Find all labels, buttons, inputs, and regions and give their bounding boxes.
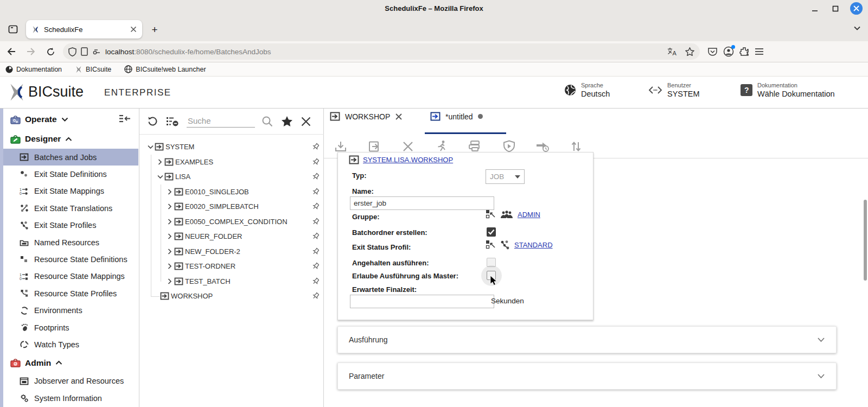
permissions-icon[interactable] [92, 48, 101, 55]
sidebar-section-designer[interactable]: Designer [3, 129, 138, 149]
chevron-right-icon[interactable] [165, 219, 174, 225]
shield-play-icon[interactable] [502, 140, 516, 152]
pin-icon[interactable] [311, 232, 320, 240]
bookmark-dokumentation[interactable]: Dokumentation [5, 66, 62, 73]
chevron-right-icon[interactable] [165, 263, 174, 269]
account-icon[interactable] [723, 46, 734, 57]
search-icon[interactable] [261, 116, 273, 128]
sidebar-item-resource-state-mappings[interactable]: 10 Resource State Mappings [3, 268, 138, 285]
chevron-down-icon[interactable] [156, 175, 164, 179]
sidebar-item-exit-state-mappings[interactable]: 10 Exit State Mappings [3, 183, 138, 200]
list-all-tabs-icon[interactable] [853, 24, 861, 33]
tree-row-test-batch[interactable]: TEST_BATCH [139, 274, 324, 289]
tree-row-new-folder-2[interactable]: NEW_FOLDER-2 [139, 244, 324, 259]
chevron-right-icon[interactable] [165, 204, 174, 209]
sort-updown-icon[interactable] [569, 141, 583, 152]
pin-icon[interactable] [311, 247, 320, 256]
sidebar-item-exit-state-translations[interactable]: Exit State Translations [3, 200, 138, 217]
tree-row-e0020-simplebatch[interactable]: E0020_SIMPLEBATCH [139, 199, 324, 214]
export-icon[interactable] [367, 141, 381, 152]
menu-icon[interactable] [755, 48, 764, 55]
sidebar-item-batches-and-jobs[interactable]: Batches and Jobs [3, 149, 138, 166]
chevron-right-icon[interactable] [165, 233, 174, 239]
url-bar[interactable]: localhost:8080/schedulix-fe/home/Batches… [63, 43, 700, 60]
tab-close-icon[interactable] [130, 26, 137, 33]
favorites-star-icon[interactable] [281, 116, 293, 127]
pin-icon[interactable] [311, 262, 320, 270]
finalzeit-input[interactable] [350, 295, 494, 308]
clear-search-icon[interactable] [301, 116, 311, 127]
docs-selector[interactable]: ? DokumentationWähle Dokumentation [741, 82, 835, 98]
section-parameter[interactable]: Parameter [337, 363, 837, 390]
name-input[interactable] [350, 196, 494, 210]
close-button[interactable] [850, 2, 863, 15]
pin-icon[interactable] [311, 202, 320, 211]
pin-icon[interactable] [311, 292, 320, 300]
workspace-tab-untitled[interactable]: *untitled [430, 112, 483, 121]
run-icon[interactable] [435, 140, 449, 152]
sidebar-item-resource-state-profiles[interactable]: Resource State Profiles [3, 285, 138, 302]
tree-row-e0010-singlejob[interactable]: E0010_SINGLEJOB [139, 185, 324, 200]
maximize-button[interactable] [829, 3, 841, 15]
sidebar-item-watch-types[interactable]: Watch Types [3, 336, 138, 353]
chevron-right-icon[interactable] [156, 159, 164, 165]
user-menu[interactable]: BenutzerSYSTEM [648, 82, 700, 98]
sidebar-item-footprints[interactable]: Footprints [3, 319, 138, 336]
chevron-right-icon[interactable] [165, 278, 174, 284]
bookmark-bicsuite[interactable]: BICsuite [75, 66, 111, 73]
shield-icon[interactable] [68, 47, 76, 56]
tree-row-examples[interactable]: EXAMPLES [139, 155, 324, 170]
tree-row-workshop[interactable]: WORKSHOP [139, 289, 324, 304]
search-input[interactable] [187, 115, 255, 128]
sidebar-item-resource-state-definitions[interactable]: Resource State Definitions [3, 251, 138, 268]
tree-row-system[interactable]: SYSTEM [139, 139, 324, 155]
extensions-icon[interactable] [739, 47, 749, 56]
sidebar-item-named-resources[interactable]: Named Resources [3, 234, 138, 251]
vertical-scrollbar[interactable] [864, 200, 867, 281]
pocket-icon[interactable] [707, 47, 718, 56]
url-text[interactable]: localhost:8080/schedulix-fe/home/Batches… [105, 48, 667, 56]
pin-icon[interactable] [311, 277, 320, 285]
choose-icon[interactable] [486, 209, 496, 219]
chevron-down-icon[interactable] [146, 145, 155, 149]
bookmark-launcher[interactable]: BICsuite!web Launcher [124, 65, 206, 73]
workspace-tab-workshop[interactable]: WORKSHOP [330, 112, 403, 121]
refresh-icon[interactable] [147, 116, 158, 127]
sidebar-item-exit-state-profiles[interactable]: Exit State Profiles [3, 217, 138, 234]
chevron-right-icon[interactable] [165, 249, 174, 255]
sidebar-item-environments[interactable]: Environments [3, 302, 138, 319]
tree-row-lisa[interactable]: LISA [139, 169, 324, 185]
minimize-button[interactable] [809, 3, 821, 15]
reload-icon[interactable] [42, 43, 59, 60]
page-info-icon[interactable] [81, 47, 88, 56]
pin-icon[interactable] [311, 173, 320, 181]
pin-icon[interactable] [311, 188, 320, 196]
tree-row-e0050-complex-condition[interactable]: E0050_COMPLEX_CONDITION [139, 214, 324, 230]
printer-icon[interactable] [468, 140, 482, 152]
gruppe-link[interactable]: ADMIN [518, 211, 540, 219]
pin-icon[interactable] [311, 218, 320, 226]
new-tab-button[interactable]: + [148, 23, 162, 37]
collapse-all-icon[interactable] [166, 116, 179, 127]
tab-close-icon[interactable] [395, 113, 403, 120]
browser-tab[interactable]: SchedulixFe [26, 20, 142, 39]
forward-icon[interactable] [23, 43, 39, 60]
pin-icon[interactable] [311, 158, 320, 166]
sidebar-item-exit-state-definitions[interactable]: Exit State Definitions [3, 166, 138, 182]
translate-icon[interactable]: A [667, 47, 678, 56]
breadcrumb-link[interactable]: SYSTEM.LISA.WORKSHOP [363, 156, 453, 164]
firefox-view-icon[interactable] [5, 22, 21, 37]
time-shift-icon[interactable] [535, 141, 550, 152]
discard-icon[interactable] [401, 141, 415, 152]
language-selector[interactable]: SpracheDeutsch [564, 82, 610, 98]
exit-status-profil-link[interactable]: STANDARD [514, 241, 553, 249]
breadcrumb[interactable]: SYSTEM.LISA.WORKSHOP [349, 155, 453, 164]
section-ausfuehrung[interactable]: Ausführung [337, 326, 837, 353]
choose-icon[interactable] [486, 240, 496, 250]
sidebar-section-operate[interactable]: Operate [3, 110, 138, 129]
back-icon[interactable] [3, 43, 20, 60]
save-icon[interactable] [334, 141, 348, 152]
pin-icon[interactable] [311, 143, 320, 151]
sidebar-item-system-information[interactable]: System Information [3, 390, 138, 406]
sidebar-section-admin[interactable]: Admin [3, 353, 138, 373]
